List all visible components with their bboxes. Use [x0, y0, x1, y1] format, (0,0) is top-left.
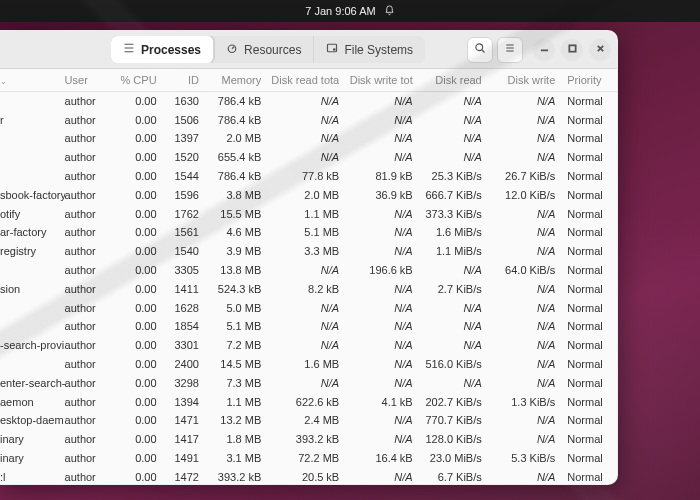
minimize-button[interactable]	[533, 39, 555, 61]
table-row[interactable]: sionauthor0.001411524.3 kB8.2 kBN/A2.7 K…	[0, 279, 617, 298]
cell-dw: N/A	[488, 336, 562, 355]
search-icon	[474, 42, 486, 57]
table-row[interactable]: aemonauthor0.0013941.1 MB622.6 kB4.1 kB2…	[0, 392, 617, 411]
cell-pri: Normal	[561, 467, 617, 484]
cell-dr: 6.7 KiB/s	[419, 467, 488, 484]
cell-dw: N/A	[488, 92, 562, 111]
cell-dw: N/A	[488, 317, 562, 336]
tab-filesystems[interactable]: File Systems	[314, 36, 425, 63]
cell-mem: 393.2 kB	[205, 467, 267, 484]
table-row[interactable]: author0.00240014.5 MB1.6 MBN/A516.0 KiB/…	[0, 355, 617, 374]
col-disk-read-total[interactable]: Disk read tota	[267, 69, 345, 92]
cell-dr: 128.0 KiB/s	[419, 430, 488, 449]
cell-drt: N/A	[267, 373, 345, 392]
table-row[interactable]: author0.0016285.0 MBN/AN/AN/AN/ANormal	[0, 298, 617, 317]
search-button[interactable]	[467, 37, 493, 63]
cell-dw: N/A	[488, 355, 562, 374]
maximize-button[interactable]	[561, 39, 583, 61]
table-row[interactable]: author0.001630786.4 kBN/AN/AN/AN/ANormal	[0, 92, 617, 111]
cell-pri: Normal	[561, 373, 617, 392]
table-row[interactable]: author0.0018545.1 MBN/AN/AN/AN/ANormal	[0, 317, 617, 336]
tab-label: Resources	[244, 43, 301, 57]
cell-dr: N/A	[419, 336, 488, 355]
table-row[interactable]: enter-search-pauthor0.0032987.3 MBN/AN/A…	[0, 373, 617, 392]
col-disk-read[interactable]: Disk read	[419, 69, 488, 92]
cell-dr: 25.3 KiB/s	[419, 167, 488, 186]
cell-user: author	[65, 223, 112, 242]
tab-processes[interactable]: Processes	[111, 36, 214, 63]
cell-name: inary	[0, 430, 65, 449]
cell-pri: Normal	[561, 336, 617, 355]
cell-dw: N/A	[488, 430, 562, 449]
table-row[interactable]: otifyauthor0.00176215.5 MB1.1 MBN/A373.3…	[0, 204, 617, 223]
cell-dr: 2.7 KiB/s	[419, 279, 488, 298]
cell-cpu: 0.00	[111, 467, 162, 484]
close-button[interactable]	[589, 39, 611, 61]
cell-dwt: 4.1 kB	[345, 392, 419, 411]
hamburger-icon	[504, 42, 516, 57]
table-row[interactable]: :lauthor0.001472393.2 kB20.5 kBN/A6.7 Ki…	[0, 467, 617, 484]
cell-cpu: 0.00	[111, 129, 162, 148]
cell-name: ar-factory	[0, 223, 65, 242]
cell-mem: 786.4 kB	[205, 92, 267, 111]
col-user[interactable]: User	[65, 69, 112, 92]
cell-mem: 655.4 kB	[205, 148, 267, 167]
gnome-top-bar: 7 Jan 9:06 AM	[0, 0, 700, 22]
table-header-row: ⌄ User % CPU ID Memory Disk read tota Di…	[0, 69, 617, 92]
table-row[interactable]: rauthor0.001506786.4 kBN/AN/AN/AN/ANorma…	[0, 110, 617, 129]
cell-dwt: N/A	[345, 298, 419, 317]
menu-button[interactable]	[497, 37, 523, 63]
cell-dw: 26.7 KiB/s	[488, 167, 562, 186]
cell-user: author	[65, 355, 112, 374]
cell-id: 3305	[163, 261, 205, 280]
cell-dw: N/A	[488, 279, 562, 298]
col-priority[interactable]: Priority	[561, 69, 617, 92]
col-id[interactable]: ID	[163, 69, 205, 92]
col-memory[interactable]: Memory	[205, 69, 267, 92]
cell-dwt: N/A	[345, 467, 419, 484]
cell-dwt: N/A	[345, 110, 419, 129]
cell-drt: 1.1 MB	[267, 204, 345, 223]
cell-pri: Normal	[561, 223, 617, 242]
col-disk-write-total[interactable]: Disk write tot	[345, 69, 419, 92]
table-row[interactable]: inaryauthor0.0014171.8 MB393.2 kBN/A128.…	[0, 430, 617, 449]
cell-drt: 622.6 kB	[267, 392, 345, 411]
cell-name	[0, 148, 65, 167]
cell-pri: Normal	[561, 167, 617, 186]
table-row[interactable]: esktop-daemauthor0.00147113.2 MB2.4 MBN/…	[0, 411, 617, 430]
cell-dwt: 36.9 kB	[345, 185, 419, 204]
tab-resources[interactable]: Resources	[214, 36, 314, 63]
clock[interactable]: 7 Jan 9:06 AM	[305, 5, 375, 17]
col-disk-write[interactable]: Disk write	[488, 69, 562, 92]
cell-mem: 13.8 MB	[205, 261, 267, 280]
col-cpu[interactable]: % CPU	[111, 69, 162, 92]
table-row[interactable]: ar-factoryauthor0.0015614.6 MB5.1 MBN/A1…	[0, 223, 617, 242]
cell-dw: N/A	[488, 110, 562, 129]
table-row[interactable]: author0.001544786.4 kB77.8 kB81.9 kB25.3…	[0, 167, 617, 186]
table-row[interactable]: sbook-factoryauthor0.0015963.8 MB2.0 MB3…	[0, 185, 617, 204]
cell-user: author	[65, 129, 112, 148]
table-row[interactable]: author0.00330513.8 MBN/A196.6 kBN/A64.0 …	[0, 261, 617, 280]
cell-dw: N/A	[488, 204, 562, 223]
table-row[interactable]: author0.001520655.4 kBN/AN/AN/AN/ANormal	[0, 148, 617, 167]
cell-mem: 3.9 MB	[205, 242, 267, 261]
cell-cpu: 0.00	[111, 430, 162, 449]
cell-user: author	[65, 411, 112, 430]
table-row[interactable]: inaryauthor0.0014913.1 MB72.2 MB16.4 kB2…	[0, 449, 617, 468]
col-name[interactable]: ⌄	[0, 69, 65, 92]
cell-dwt: N/A	[345, 204, 419, 223]
cell-pri: Normal	[561, 129, 617, 148]
cell-mem: 786.4 kB	[205, 110, 267, 129]
table-row[interactable]: registryauthor0.0015403.9 MB3.3 MBN/A1.1…	[0, 242, 617, 261]
cell-dwt: N/A	[345, 92, 419, 111]
table-row[interactable]: author0.0013972.0 MBN/AN/AN/AN/ANormal	[0, 129, 617, 148]
cell-mem: 1.1 MB	[205, 392, 267, 411]
cell-mem: 1.8 MB	[205, 430, 267, 449]
process-table: ⌄ User % CPU ID Memory Disk read tota Di…	[0, 69, 617, 484]
table-row[interactable]: -search-proviauthor0.0033017.2 MBN/AN/AN…	[0, 336, 617, 355]
notifications-icon[interactable]	[384, 5, 395, 18]
svg-point-2	[334, 49, 336, 51]
cell-dw: N/A	[488, 411, 562, 430]
cell-dr: N/A	[419, 148, 488, 167]
cell-id: 1561	[163, 223, 205, 242]
